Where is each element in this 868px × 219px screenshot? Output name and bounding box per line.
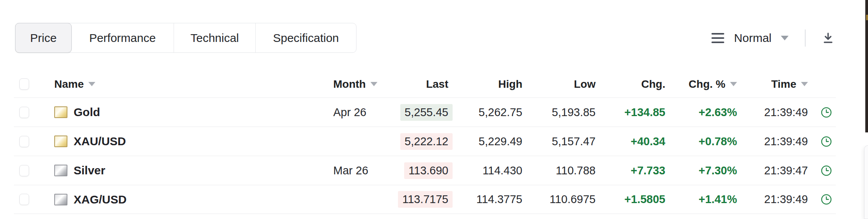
gold-icon: [54, 136, 67, 147]
cell-chg: +1.5805: [596, 193, 665, 206]
cell-name[interactable]: XAU/USD: [54, 135, 333, 148]
cell-name[interactable]: Silver: [54, 164, 333, 177]
col-header-chg_pct[interactable]: Chg. %: [665, 78, 737, 90]
tab-price[interactable]: Price: [15, 23, 72, 53]
view-mode-selector[interactable]: Normal: [734, 31, 772, 45]
cell-name[interactable]: XAG/USD: [54, 193, 333, 206]
cell-last: 113.690: [388, 162, 448, 179]
tab-label: Technical: [190, 31, 239, 45]
page-edge-gold-fleck: [866, 15, 868, 20]
table-row[interactable]: Gold Apr 26 5,255.45 5,262.75 5,193.85 +…: [14, 97, 836, 127]
table-row[interactable]: XAG/USD 113.7175 114.3775 110.6975 +1.58…: [14, 185, 836, 214]
tab-bar: Price Performance Technical Specificatio…: [15, 23, 356, 53]
cell-chg-pct: +7.30%: [665, 164, 737, 177]
last-value: 113.7175: [398, 191, 453, 208]
cell-name[interactable]: Gold: [54, 106, 333, 119]
col-header-month[interactable]: Month: [333, 78, 388, 90]
tab-technical[interactable]: Technical: [174, 23, 255, 52]
cell-clock: [808, 136, 836, 147]
toolbar-divider: [805, 30, 806, 47]
last-value: 5,255.45: [400, 104, 453, 121]
row-select-cell: [14, 194, 54, 205]
clock-icon: [821, 136, 832, 147]
col-header-low: Low: [522, 78, 596, 90]
col-header-name[interactable]: Name: [54, 78, 333, 90]
clock-icon: [821, 194, 832, 205]
table-header-row: NameMonthLastHighLowChg.Chg. %Time: [14, 71, 836, 97]
instrument-name[interactable]: XAG/USD: [74, 193, 127, 206]
menu-icon[interactable]: [711, 33, 724, 43]
cell-low: 110.788: [522, 164, 596, 177]
chevron-down-icon[interactable]: [781, 36, 789, 40]
row-select-cell: [14, 165, 54, 176]
col-header-label: Last: [426, 78, 448, 90]
table-row[interactable]: XAU/USD 5,222.12 5,229.49 5,157.47 +40.3…: [14, 127, 836, 156]
table-row[interactable]: Silver Mar 26 113.690 114.430 110.788 +7…: [14, 156, 836, 185]
select-all-checkbox[interactable]: [19, 78, 29, 90]
tab-label: Price: [30, 31, 57, 45]
download-icon: [822, 32, 834, 44]
row-checkbox[interactable]: [19, 194, 29, 205]
cell-high: 114.3775: [448, 193, 522, 206]
instrument-name[interactable]: Silver: [74, 164, 105, 177]
cell-chg-pct: +1.41%: [665, 193, 737, 206]
sort-arrow-icon: [801, 82, 808, 86]
tab-label: Specification: [273, 31, 339, 45]
instrument-name[interactable]: XAU/USD: [74, 135, 126, 148]
cell-last: 113.7175: [388, 191, 448, 208]
sort-arrow-icon: [370, 82, 377, 86]
sort-arrow-icon: [88, 82, 95, 86]
instrument-name[interactable]: Gold: [74, 106, 100, 119]
toolbar: Normal: [711, 23, 834, 53]
cell-time: 21:39:47: [737, 164, 808, 177]
col-header-label: Name: [54, 78, 84, 90]
clock-icon: [821, 107, 832, 118]
page-edge-card-corner: [864, 145, 868, 219]
last-value: 5,222.12: [400, 133, 453, 150]
cell-chg: +134.85: [596, 106, 665, 119]
sort-arrow-icon: [730, 82, 737, 86]
tab-label: Performance: [89, 31, 156, 45]
cell-time: 21:39:49: [737, 135, 808, 148]
tab-specification[interactable]: Specification: [255, 23, 356, 52]
last-value: 113.690: [404, 162, 453, 179]
cell-month: Mar 26: [333, 164, 388, 177]
cell-low: 110.6975: [522, 193, 596, 206]
col-header-label: Month: [333, 78, 366, 90]
col-header-chg: Chg.: [596, 78, 665, 90]
row-select-cell: [14, 136, 54, 147]
cell-chg: +40.34: [596, 135, 665, 148]
cell-clock: [808, 107, 836, 118]
col-header-time[interactable]: Time: [737, 78, 808, 90]
cell-clock: [808, 194, 836, 205]
cell-chg: +7.733: [596, 164, 665, 177]
cell-clock: [808, 165, 836, 176]
silver-icon: [54, 194, 67, 205]
cell-high: 114.430: [448, 164, 522, 177]
cell-chg-pct: +0.78%: [665, 135, 737, 148]
tab-performance[interactable]: Performance: [71, 23, 174, 52]
cell-last: 5,222.12: [388, 133, 448, 150]
col-header-last: Last: [388, 78, 448, 90]
quotes-table: NameMonthLastHighLowChg.Chg. %Time Gold …: [14, 71, 836, 214]
cell-last: 5,255.45: [388, 104, 448, 121]
row-checkbox[interactable]: [19, 107, 29, 118]
quotes-widget: Price Performance Technical Specificatio…: [0, 0, 868, 219]
row-checkbox[interactable]: [19, 165, 29, 176]
col-header-label: High: [498, 78, 522, 90]
cell-chg-pct: +2.63%: [665, 106, 737, 119]
col-header-label: Time: [771, 78, 796, 90]
cell-high: 5,229.49: [448, 135, 522, 148]
cell-time: 21:39:49: [737, 106, 808, 119]
gold-icon: [54, 106, 67, 118]
download-button[interactable]: [822, 32, 834, 44]
cell-time: 21:39:49: [737, 193, 808, 206]
col-header-label: Chg.: [641, 78, 665, 90]
clock-icon: [821, 165, 832, 176]
cell-low: 5,193.85: [522, 106, 596, 119]
select-all-cell: [14, 78, 54, 90]
row-checkbox[interactable]: [19, 136, 29, 147]
cell-high: 5,262.75: [448, 106, 522, 119]
col-header-label: Chg. %: [689, 78, 725, 90]
silver-icon: [54, 165, 67, 176]
